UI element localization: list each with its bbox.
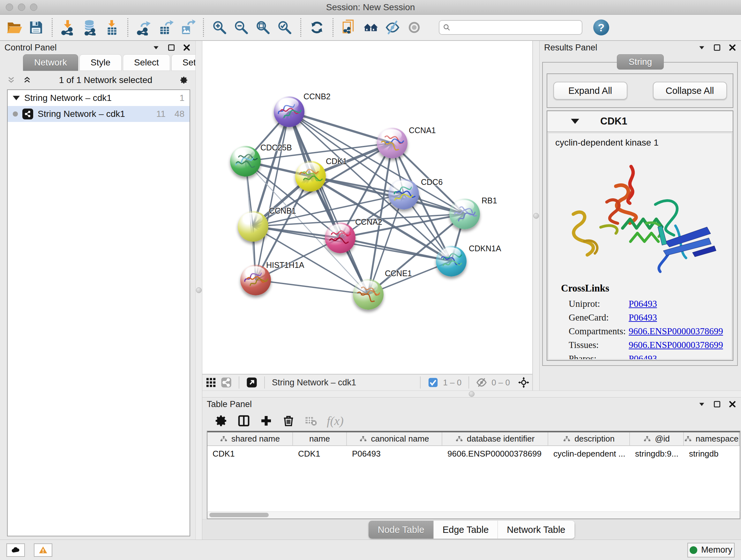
- network-node-RB1[interactable]: [449, 199, 480, 229]
- panel-float-icon[interactable]: [713, 44, 721, 52]
- table-cell: 9606.ENSP00000378699: [442, 446, 548, 461]
- network-tree-item-row[interactable]: String Network – cdk1 11 48: [8, 106, 190, 122]
- network-node-CCNE1[interactable]: [353, 279, 384, 310]
- crosslink-link[interactable]: P06493: [629, 312, 657, 323]
- zoom-out-icon[interactable]: [231, 17, 251, 38]
- column-header-namespace[interactable]: namespace: [684, 432, 739, 445]
- open-session-icon[interactable]: [4, 17, 24, 38]
- tab-node-table[interactable]: Node Table: [368, 521, 433, 539]
- show-all-icon[interactable]: [404, 17, 424, 38]
- column-header--id[interactable]: @id: [630, 432, 684, 445]
- panel-float-icon[interactable]: [713, 400, 721, 408]
- save-session-icon[interactable]: [26, 17, 46, 38]
- tab-network[interactable]: Network: [23, 54, 78, 71]
- column-header-shared-name[interactable]: shared name: [207, 432, 293, 445]
- expand-all-button[interactable]: Expand All: [553, 82, 627, 100]
- network-tree-root-row[interactable]: String Network – cdk1 1: [8, 90, 190, 106]
- tree-expand-icon[interactable]: [13, 96, 20, 100]
- selected-checkbox-icon[interactable]: [428, 377, 439, 388]
- warnings-button[interactable]: [34, 543, 52, 557]
- network-node-CCNA1[interactable]: [377, 128, 408, 159]
- table-hscrollbar[interactable]: [207, 511, 740, 519]
- network-node-CDK1[interactable]: [295, 161, 326, 192]
- column-header-name[interactable]: name: [293, 432, 347, 445]
- network-node-label: CCNA2: [355, 217, 382, 227]
- tab-network-table[interactable]: Network Table: [498, 521, 575, 539]
- network-node-CDKN1A[interactable]: [436, 246, 467, 276]
- panel-menu-icon[interactable]: [697, 400, 706, 408]
- network-node-CDC6[interactable]: [388, 179, 419, 209]
- network-node-label: CCNB1: [269, 206, 296, 215]
- splitter-handle-icon[interactable]: [469, 391, 475, 397]
- search-input[interactable]: [454, 23, 579, 33]
- gear-icon[interactable]: [180, 76, 188, 84]
- cloud-status-button[interactable]: [6, 543, 25, 557]
- collapse-all-tree-icon[interactable]: [7, 76, 15, 84]
- collapse-all-button[interactable]: Collapse All: [653, 82, 727, 100]
- network-node-CCNA2[interactable]: [325, 223, 355, 253]
- tab-edge-table[interactable]: Edge Table: [434, 521, 498, 539]
- export-table-icon[interactable]: [156, 17, 176, 38]
- gene-section-body: cyclin-dependent kinase 1: [548, 133, 732, 360]
- table-splitter[interactable]: [202, 390, 741, 397]
- open-in-new-window-icon[interactable]: [246, 377, 257, 388]
- share-document-icon[interactable]: [339, 17, 359, 38]
- table-row[interactable]: CDK1CDK1P064939606.ENSP00000378699cyclin…: [207, 446, 740, 461]
- node-gloss: [441, 247, 461, 259]
- help-icon[interactable]: ?: [593, 19, 609, 36]
- import-table-file-icon[interactable]: [102, 17, 122, 38]
- splitter-handle-icon[interactable]: [533, 213, 539, 219]
- import-network-database-icon[interactable]: [80, 17, 100, 38]
- scrollbar-thumb[interactable]: [209, 513, 269, 517]
- panel-close-icon[interactable]: [728, 400, 737, 408]
- results-splitter[interactable]: [533, 41, 540, 390]
- column-header-description[interactable]: description: [548, 432, 630, 445]
- panel-close-icon[interactable]: [183, 44, 191, 52]
- crosslink-link[interactable]: 9606.ENSP00000378699: [629, 326, 723, 336]
- warning-icon: [38, 545, 48, 555]
- panel-float-icon[interactable]: [167, 44, 176, 52]
- crosslink-link[interactable]: P06493: [629, 299, 657, 309]
- gene-section-header[interactable]: CDK1: [547, 111, 733, 132]
- tab-style[interactable]: Style: [79, 54, 122, 71]
- toolbar-separator: [127, 18, 128, 37]
- network-node-CCNB2[interactable]: [274, 97, 305, 127]
- tab-string[interactable]: String: [617, 54, 664, 70]
- export-image-icon[interactable]: [178, 17, 197, 38]
- table-settings-gear-icon[interactable]: [215, 415, 228, 427]
- grid-view-icon[interactable]: [205, 377, 216, 388]
- node-gloss: [358, 281, 378, 292]
- results-panel-header: Results Panel: [540, 41, 741, 54]
- network-canvas[interactable]: CCNB2CCNA1CDC25BCDK1CDC6RB1CCNB1CCNA2CDK…: [202, 41, 533, 374]
- string-home-icon[interactable]: [361, 17, 381, 38]
- crosslink-link[interactable]: P06493: [629, 354, 657, 360]
- export-network-icon[interactable]: [134, 17, 154, 38]
- collapse-section-icon[interactable]: [571, 119, 579, 124]
- column-header-canonical-name[interactable]: canonical name: [347, 432, 442, 445]
- network-node-CCNB1[interactable]: [238, 211, 268, 242]
- panel-menu-icon[interactable]: [152, 44, 160, 52]
- panel-close-icon[interactable]: [728, 44, 737, 52]
- zoom-in-icon[interactable]: [210, 17, 229, 38]
- column-header-database-identifier[interactable]: database identifier: [442, 432, 548, 445]
- splitter-handle-icon[interactable]: [196, 287, 202, 293]
- refresh-icon[interactable]: [307, 17, 327, 38]
- memory-button[interactable]: Memory: [687, 543, 735, 557]
- network-node-CDC25B[interactable]: [230, 146, 261, 177]
- tab-select[interactable]: Select: [123, 54, 170, 71]
- share-view-icon[interactable]: [221, 377, 232, 388]
- expand-all-tree-icon[interactable]: [23, 76, 31, 84]
- hide-selected-icon[interactable]: [383, 17, 402, 38]
- fit-content-crosshair-icon[interactable]: [518, 377, 529, 388]
- zoom-selected-icon[interactable]: [275, 17, 294, 38]
- add-column-icon[interactable]: [260, 415, 273, 427]
- show-columns-icon[interactable]: [238, 415, 250, 427]
- zoom-fit-icon[interactable]: [253, 17, 273, 38]
- left-splitter[interactable]: [195, 41, 202, 540]
- import-network-file-icon[interactable]: [58, 17, 78, 38]
- delete-column-trash-icon[interactable]: [282, 415, 295, 427]
- crosslink-link[interactable]: 9606.ENSP00000378699: [629, 340, 723, 350]
- panel-menu-icon[interactable]: [697, 44, 706, 52]
- hidden-eye-slash-icon[interactable]: [476, 377, 487, 388]
- table-cell: cyclin-dependent ...: [548, 446, 630, 461]
